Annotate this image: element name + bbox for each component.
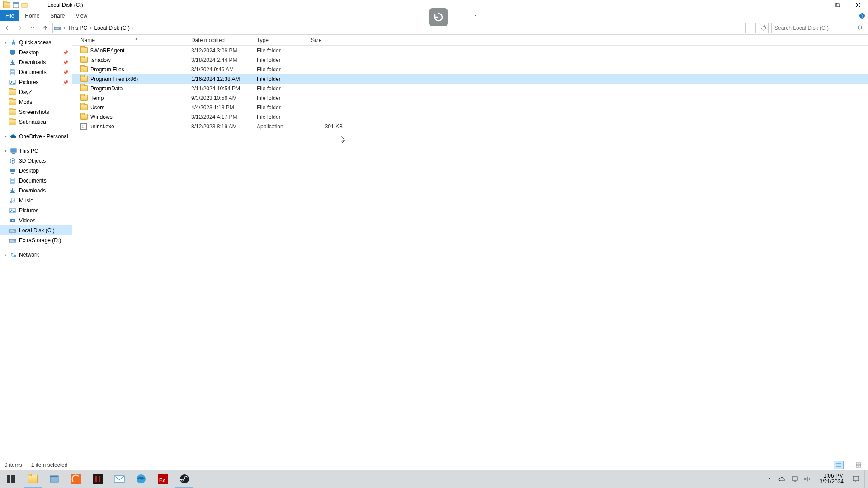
taskbar-app-2[interactable] [43, 470, 65, 488]
breadcrumb[interactable]: › This PC › Local Disk (C:) › [52, 23, 756, 33]
file-name: .shadow [90, 57, 111, 63]
sidebar-item[interactable]: Desktop [0, 166, 72, 176]
details-view-button[interactable] [834, 461, 844, 469]
sidebar-item[interactable]: DayZ [0, 87, 72, 97]
sidebar-item[interactable]: Downloads📌 [0, 57, 72, 67]
sidebar-item[interactable]: Subnautica [0, 117, 72, 127]
sidebar-item[interactable]: Mods [0, 97, 72, 107]
folder-icon [80, 114, 88, 120]
show-desktop-button[interactable] [864, 470, 867, 488]
tray-overflow-icon[interactable] [765, 475, 774, 483]
sidebar-item[interactable]: Pictures📌 [0, 77, 72, 87]
sidebar-item[interactable]: Documents [0, 176, 72, 186]
taskbar-steam[interactable] [174, 470, 195, 488]
sidebar-item[interactable]: Documents📌 [0, 67, 72, 77]
column-name[interactable]: Name ▲ [80, 37, 191, 43]
column-type[interactable]: Type [257, 37, 311, 43]
svg-rect-10 [10, 50, 15, 54]
sidebar-item[interactable]: Pictures [0, 206, 72, 216]
ribbon-collapse-icon[interactable] [469, 10, 481, 21]
column-date[interactable]: Date modified [191, 37, 257, 43]
taskbar-mail[interactable] [108, 470, 130, 488]
crumb-this-pc[interactable]: This PC [67, 25, 88, 31]
file-row[interactable]: Program Files (x86)1/16/2024 12:38 AMFil… [72, 74, 868, 84]
taskbar-explorer[interactable] [22, 470, 43, 488]
file-date: 3/1/2024 9:46 AM [191, 66, 257, 73]
sidebar-item[interactable]: Downloads [0, 186, 72, 196]
up-button[interactable] [40, 23, 51, 33]
expand-icon[interactable]: ▸ [3, 134, 8, 139]
tray-onedrive-icon[interactable] [778, 475, 786, 483]
folder-icon [3, 1, 11, 9]
chevron-right-icon[interactable]: › [62, 25, 67, 30]
expand-icon[interactable]: ▸ [3, 253, 8, 257]
network-header[interactable]: ▸ Network [0, 250, 72, 260]
file-row[interactable]: Temp9/3/2023 10:56 AMFile folder [72, 93, 868, 103]
file-row[interactable]: Users4/4/2023 1:13 PMFile folder [72, 103, 868, 112]
tab-file[interactable]: File [0, 10, 19, 21]
chevron-right-icon[interactable]: › [88, 25, 93, 30]
thumbnails-view-button[interactable] [854, 461, 863, 469]
forward-button[interactable] [14, 23, 25, 33]
file-row[interactable]: ProgramData2/11/2024 10:54 PMFile folder [72, 84, 868, 93]
folder-icon [9, 108, 16, 116]
file-list: Name ▲ Date modified Type Size $WinREAge… [72, 35, 868, 460]
expand-icon[interactable]: ▾ [3, 149, 8, 153]
taskbar-app-3[interactable] [65, 470, 87, 488]
taskbar-clock[interactable]: 1:06 PM 3/21/2024 [816, 473, 847, 485]
sidebar-item-label: Documents [19, 69, 47, 75]
sidebar-item-label: Pictures [19, 207, 38, 214]
back-button[interactable] [2, 23, 13, 33]
sidebar-item[interactable]: Desktop📌 [0, 47, 72, 57]
sidebar-item-label: DayZ [19, 89, 32, 95]
sidebar-item[interactable]: ExtraStorage (D:) [0, 235, 72, 245]
maximize-button[interactable] [827, 0, 848, 10]
tray-network-icon[interactable] [791, 475, 799, 483]
file-type: File folder [257, 85, 311, 92]
tray-notifications-icon[interactable] [852, 475, 860, 483]
tab-share[interactable]: Share [45, 10, 70, 21]
tray-volume-icon[interactable] [803, 475, 811, 483]
start-button[interactable] [0, 470, 22, 488]
search-box[interactable] [771, 23, 866, 33]
address-history-dropdown[interactable] [745, 23, 755, 33]
properties-icon[interactable] [12, 1, 20, 9]
column-size[interactable]: Size [311, 37, 343, 43]
sidebar-item[interactable]: Local Disk (C:) [0, 225, 72, 235]
svg-rect-28 [14, 255, 16, 257]
sidebar-item[interactable]: Screenshots [0, 107, 72, 117]
file-row[interactable]: ⬚uninst.exe8/12/2023 8:19 AMApplication3… [72, 122, 868, 131]
sidebar-item[interactable]: Videos [0, 216, 72, 225]
help-icon[interactable]: ? [856, 10, 868, 21]
file-row[interactable]: $WinREAgent3/12/2024 3:06 PMFile folder [72, 46, 868, 55]
chevron-right-icon[interactable]: › [131, 25, 136, 30]
expand-icon[interactable]: ▾ [3, 40, 8, 45]
sidebar-item[interactable]: Music [0, 196, 72, 206]
this-pc-label: This PC [19, 148, 38, 154]
file-row[interactable]: Program Files3/1/2024 9:46 AMFile folder [72, 65, 868, 74]
recent-dropdown-icon[interactable] [27, 23, 38, 33]
file-row[interactable]: .shadow3/18/2024 2:44 PMFile folder [72, 55, 868, 65]
refresh-button[interactable] [758, 23, 769, 33]
taskbar-app-4[interactable] [87, 470, 108, 488]
tab-home[interactable]: Home [19, 10, 45, 21]
new-folder-icon[interactable] [21, 1, 29, 9]
quick-access-header[interactable]: ▾ Quick access [0, 38, 72, 47]
taskbar-filezilla[interactable]: Fz [152, 470, 174, 488]
this-pc-header[interactable]: ▾ This PC [0, 146, 72, 156]
close-button[interactable] [848, 0, 868, 10]
tab-view[interactable]: View [70, 10, 93, 21]
svg-rect-35 [7, 479, 10, 483]
crumb-location[interactable]: Local Disk (C:) [93, 25, 131, 31]
file-row[interactable]: Windows3/12/2024 4:17 PMFile folder [72, 112, 868, 122]
taskbar-edge[interactable] [130, 470, 152, 488]
sidebar-item-label: Subnautica [19, 119, 46, 125]
minimize-button[interactable] [807, 0, 827, 10]
search-icon[interactable] [855, 25, 866, 31]
search-input[interactable] [772, 25, 855, 31]
sidebar-item[interactable]: 3D Objects [0, 156, 72, 166]
onedrive-header[interactable]: ▸ OneDrive - Personal [0, 131, 72, 141]
qat-dropdown-icon[interactable] [30, 1, 38, 9]
svg-rect-17 [10, 169, 15, 172]
overlay-widget-icon[interactable] [429, 8, 448, 26]
